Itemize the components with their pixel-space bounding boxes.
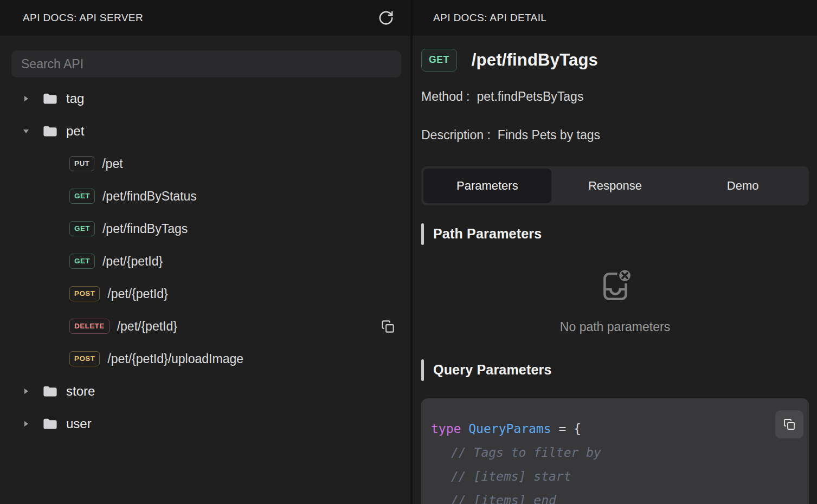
path-parameters-heading: Path Parameters [421, 223, 809, 245]
endpoint-path: /pet/{petId} [107, 287, 168, 301]
tree-endpoint-get-petid[interactable]: GET /pet/{petId} [0, 245, 410, 277]
tab-demo[interactable]: Demo [679, 169, 807, 203]
endpoint-path: /pet/{petId}/uploadImage [107, 352, 243, 366]
code-line-type-decl: type QueryParams = { [431, 417, 809, 441]
search-row [0, 36, 410, 77]
heading-accent-bar [421, 359, 424, 381]
code-comment-line: // [items] end [431, 488, 809, 504]
endpoint-path: /pet/{petId} [102, 254, 163, 269]
folder-icon [43, 125, 57, 137]
code-comment-line: // Tags to filter by [431, 441, 809, 464]
tree-endpoint-delete-petid[interactable]: DELETE /pet/{petId} [0, 310, 410, 343]
endpoint-path: /pet [102, 157, 123, 171]
api-detail-panel: API DOCS: API DETAIL GET /pet/findByTags… [413, 0, 817, 504]
chevron-right-icon [22, 419, 30, 428]
detail-content: GET /pet/findByTags Method : pet.findPet… [413, 36, 817, 504]
method-badge-get: GET [421, 49, 457, 72]
method-badge-post: POST [69, 286, 100, 301]
tree-endpoint-put-pet[interactable]: PUT /pet [0, 147, 410, 180]
tab-response[interactable]: Response [551, 169, 679, 203]
detail-tabs: Parameters Response Demo [421, 166, 809, 205]
search-input[interactable] [11, 50, 401, 77]
api-server-panel: API DOCS: API SERVER tag [0, 0, 410, 504]
tree-endpoint-get-findbytags[interactable]: GET /pet/findByTags [0, 212, 410, 245]
folder-icon [43, 418, 57, 430]
tree-folder-user[interactable]: user [0, 408, 410, 440]
api-tree: tag pet PUT /pet GET /pet/findByStatus G… [0, 82, 410, 440]
method-badge-get: GET [69, 189, 95, 204]
method-badge-get: GET [69, 221, 95, 236]
query-parameters-title: Query Parameters [433, 362, 552, 378]
description-row: Description : Finds Pets by tags [421, 128, 809, 143]
code-assign: = { [551, 422, 581, 436]
copy-icon [381, 319, 395, 334]
tree-folder-pet[interactable]: pet [0, 115, 410, 147]
method-label: Method : [421, 89, 470, 104]
query-params-code-block: type QueryParams = { // Tags to filter b… [421, 398, 809, 504]
left-panel-title: API DOCS: API SERVER [23, 12, 378, 24]
tab-parameters[interactable]: Parameters [423, 169, 551, 203]
endpoint-path: /pet/findByStatus [102, 189, 197, 204]
copy-code-button[interactable] [775, 410, 803, 438]
method-badge-put: PUT [69, 156, 94, 171]
tree-endpoint-get-findbystatus[interactable]: GET /pet/findByStatus [0, 180, 410, 212]
chevron-right-icon [22, 94, 30, 103]
tree-endpoint-post-uploadimage[interactable]: POST /pet/{petId}/uploadImage [0, 343, 410, 375]
endpoint-title: /pet/findByTags [472, 50, 598, 70]
heading-accent-bar [421, 223, 424, 245]
chevron-right-icon [22, 387, 30, 396]
chevron-down-icon [22, 127, 30, 135]
code-keyword: type [431, 422, 461, 436]
path-parameters-empty-state: No path parameters [421, 267, 809, 334]
endpoint-path: /pet/{petId} [117, 319, 177, 334]
folder-label: store [66, 384, 95, 399]
method-badge-get: GET [69, 254, 95, 269]
path-parameters-title: Path Parameters [433, 226, 542, 242]
method-value: pet.findPetsByTags [477, 89, 584, 104]
endpoint-header: GET /pet/findByTags [421, 49, 809, 72]
method-row: Method : pet.findPetsByTags [421, 89, 809, 104]
right-panel-header: API DOCS: API DETAIL [413, 0, 817, 36]
right-panel-title: API DOCS: API DETAIL [433, 12, 546, 24]
folder-icon [43, 93, 57, 105]
description-label: Description : [421, 128, 491, 143]
empty-inbox-icon [597, 267, 633, 303]
folder-label: pet [66, 124, 84, 139]
tree-folder-tag[interactable]: tag [0, 82, 410, 115]
copy-icon [783, 418, 796, 431]
copy-path-button[interactable] [381, 319, 395, 334]
code-comment-line: // [items] start [431, 464, 809, 488]
description-value: Finds Pets by tags [498, 128, 600, 143]
code-type-name: QueryParams [461, 422, 551, 436]
folder-label: tag [66, 91, 84, 106]
refresh-button[interactable] [378, 10, 394, 26]
refresh-icon [378, 10, 394, 26]
query-parameters-heading: Query Parameters [421, 359, 809, 381]
tree-endpoint-post-petid[interactable]: POST /pet/{petId} [0, 277, 410, 310]
folder-label: user [66, 416, 92, 431]
folder-icon [43, 385, 57, 397]
empty-state-text: No path parameters [560, 320, 670, 334]
method-badge-post: POST [69, 351, 100, 366]
tree-folder-store[interactable]: store [0, 375, 410, 408]
endpoint-path: /pet/findByTags [102, 222, 188, 236]
method-badge-delete: DELETE [69, 319, 110, 334]
left-panel-header: API DOCS: API SERVER [0, 0, 410, 36]
